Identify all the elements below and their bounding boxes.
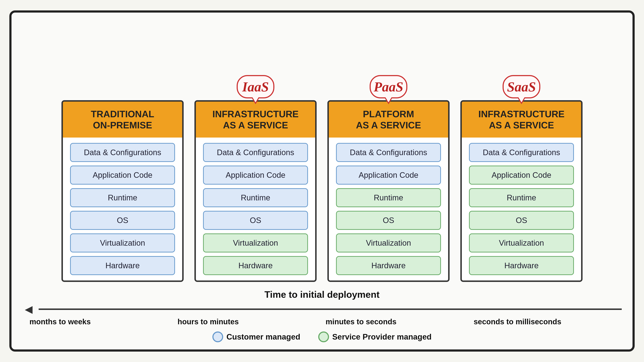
- column-body-iaas: Data & ConfigurationsApplication CodeRun…: [196, 138, 315, 281]
- customer-circle-icon: [212, 332, 223, 342]
- layer-iaas-1: Application Code: [203, 166, 308, 185]
- provider-circle-icon: [318, 332, 329, 342]
- layer-traditional-3: OS: [70, 211, 175, 230]
- column-header-iaas: INFRASTRUCTUREAS A SERVICE: [196, 102, 315, 138]
- bottom-area: Time to initial deployment ◄ months to w…: [22, 289, 622, 342]
- main-frame: TRADITIONALON-PREMISEData & Configuratio…: [9, 10, 635, 352]
- layer-iaas-5: Hardware: [203, 256, 308, 275]
- time-label-paas: minutes to seconds: [326, 318, 474, 326]
- layer-iaas-2: Runtime: [203, 188, 308, 207]
- layer-paas-0: Data & Configurations: [336, 143, 441, 162]
- layer-paas-1: Application Code: [336, 166, 441, 185]
- layer-iaas-3: OS: [203, 211, 308, 230]
- provider-label: Service Provider managed: [332, 332, 432, 341]
- layer-paas-3: OS: [336, 211, 441, 230]
- layer-saas-2: Runtime: [469, 188, 574, 207]
- layer-saas-1: Application Code: [469, 166, 574, 185]
- column-box-traditional: TRADITIONALON-PREMISEData & Configuratio…: [62, 100, 184, 282]
- layer-iaas-0: Data & Configurations: [203, 143, 308, 162]
- column-box-saas: INFRASTRUCTUREAS A SERVICEData & Configu…: [460, 100, 582, 282]
- time-row: Time to initial deployment ◄ months to w…: [22, 289, 622, 326]
- layer-traditional-1: Application Code: [70, 166, 175, 185]
- bubble-label-iaas: IaaS: [237, 75, 274, 98]
- layer-saas-5: Hardware: [469, 256, 574, 275]
- layer-traditional-4: Virtualization: [70, 233, 175, 253]
- time-label-saas: seconds to milliseconds: [474, 318, 622, 326]
- arrow-line: [39, 309, 622, 310]
- time-label-traditional: months to weeks: [30, 318, 178, 326]
- layer-saas-3: OS: [469, 211, 574, 230]
- column-body-saas: Data & ConfigurationsApplication CodeRun…: [462, 138, 581, 281]
- layer-traditional-2: Runtime: [70, 188, 175, 207]
- column-saas: SaaSINFRASTRUCTUREAS A SERVICEData & Con…: [460, 75, 582, 282]
- legend-row: Customer managed Service Provider manage…: [22, 332, 622, 342]
- column-body-paas: Data & ConfigurationsApplication CodeRun…: [329, 138, 448, 281]
- column-header-paas: PLATFORMAS A SERVICE: [329, 102, 448, 138]
- column-header-saas: INFRASTRUCTUREAS A SERVICE: [462, 102, 581, 138]
- column-box-paas: PLATFORMAS A SERVICEData & Configuration…: [328, 100, 450, 282]
- layer-saas-0: Data & Configurations: [469, 143, 574, 162]
- layer-saas-4: Virtualization: [469, 233, 574, 253]
- layer-paas-5: Hardware: [336, 256, 441, 275]
- layer-traditional-5: Hardware: [70, 256, 175, 275]
- layer-paas-4: Virtualization: [336, 233, 441, 253]
- column-paas: PaaSPLATFORMAS A SERVICEData & Configura…: [328, 75, 450, 282]
- column-header-traditional: TRADITIONALON-PREMISE: [63, 102, 182, 138]
- time-arrow-row: ◄: [22, 303, 622, 316]
- time-labels-row: months to weekshours to minutesminutes t…: [22, 318, 622, 326]
- time-title: Time to initial deployment: [264, 289, 380, 300]
- customer-label: Customer managed: [226, 332, 300, 341]
- layer-paas-2: Runtime: [336, 188, 441, 207]
- bubble-label-paas: PaaS: [370, 75, 407, 98]
- bubble-paas: PaaS: [370, 75, 407, 98]
- layer-iaas-4: Virtualization: [203, 233, 308, 253]
- layer-traditional-0: Data & Configurations: [70, 143, 175, 162]
- left-arrow-icon: ◄: [22, 303, 35, 316]
- bubble-saas: SaaS: [502, 75, 540, 98]
- legend-customer: Customer managed: [212, 332, 300, 342]
- time-label-iaas: hours to minutes: [178, 318, 326, 326]
- legend-provider: Service Provider managed: [318, 332, 432, 342]
- column-traditional: TRADITIONALON-PREMISEData & Configuratio…: [62, 71, 184, 282]
- columns-area: TRADITIONALON-PREMISEData & Configuratio…: [22, 20, 622, 282]
- bubble-label-saas: SaaS: [502, 75, 540, 98]
- column-box-iaas: INFRASTRUCTUREAS A SERVICEData & Configu…: [194, 100, 316, 282]
- column-body-traditional: Data & ConfigurationsApplication CodeRun…: [63, 138, 182, 281]
- column-iaas: IaaSINFRASTRUCTUREAS A SERVICEData & Con…: [194, 75, 316, 282]
- bubble-iaas: IaaS: [237, 75, 274, 98]
